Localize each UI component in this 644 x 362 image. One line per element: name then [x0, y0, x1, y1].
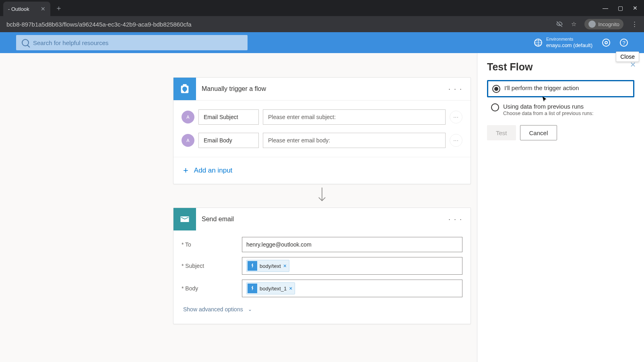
show-advanced-toggle[interactable]: Show advanced options ⌄ [182, 302, 462, 321]
to-value: henry.legge@outlook.com [246, 241, 312, 248]
search-icon [22, 39, 29, 46]
input-row-menu[interactable]: ··· [450, 111, 462, 123]
app-header: Environments enayu.com (default) ? [0, 32, 644, 53]
show-advanced-label: Show advanced options [183, 306, 243, 313]
plus-icon: + [183, 165, 188, 176]
input-placeholder[interactable]: Please enter email subject: [263, 109, 446, 125]
email-card: Send email · · · * To henry.legge@outloo… [173, 208, 471, 324]
radio-label: I'll perform the trigger action [504, 84, 579, 91]
to-label: * To [182, 241, 242, 248]
browser-menu-icon[interactable]: ⋮ [632, 21, 638, 28]
trigger-header[interactable]: Manually trigger a flow · · · [173, 78, 471, 100]
text-type-icon: A [182, 111, 194, 123]
input-label[interactable]: Email Body [198, 133, 259, 148]
search-input[interactable] [33, 39, 242, 46]
text-type-icon: A [182, 134, 194, 147]
to-input[interactable]: henry.legge@outlook.com [242, 237, 462, 252]
subject-label: * Subject [182, 263, 242, 269]
incognito-badge[interactable]: Incognito [584, 19, 623, 29]
url-text: bcb8-897b1a5d8b63/flows/a962445a-ec3c-42… [6, 21, 556, 28]
radio-icon [492, 85, 500, 93]
trigger-icon [173, 78, 196, 100]
eye-off-icon[interactable] [556, 21, 563, 28]
chevron-down-icon: ⌄ [248, 306, 252, 312]
token-label: body/text_1 [260, 286, 287, 292]
email-title: Send email [196, 216, 440, 223]
token-trigger-icon [248, 284, 257, 293]
help-icon[interactable]: ? [620, 39, 628, 47]
radio-option-perform-trigger[interactable]: I'll perform the trigger action [487, 80, 634, 97]
radio-sublabel: Choose data from a list of previous runs… [503, 111, 593, 116]
add-input-button[interactable]: + Add an input [173, 157, 471, 184]
dynamic-token[interactable]: body/text × [246, 260, 289, 272]
radio-option-previous-runs[interactable]: Using data from previous runs Choose dat… [487, 100, 634, 119]
radio-icon [491, 103, 499, 111]
incognito-label: Incognito [598, 21, 619, 27]
add-input-label: Add an input [194, 167, 232, 175]
gear-icon[interactable] [602, 39, 610, 47]
dynamic-token[interactable]: body/text_1 × [246, 282, 295, 294]
tab-title: - Outlook [8, 6, 29, 12]
test-button[interactable]: Test [487, 125, 516, 140]
token-trigger-icon [248, 261, 257, 271]
minimize-button[interactable]: — [603, 5, 608, 11]
search-box[interactable] [16, 35, 248, 50]
input-row-menu[interactable]: ··· [450, 134, 462, 147]
token-remove-icon[interactable]: × [283, 263, 287, 269]
close-icon[interactable]: ✕ [41, 6, 45, 12]
subject-input[interactable]: body/text × [242, 257, 462, 275]
radio-label: Using data from previous runs [503, 103, 593, 110]
token-remove-icon[interactable]: × [289, 285, 292, 292]
input-placeholder[interactable]: Please enter email body: [263, 133, 446, 148]
trigger-input-row: A Email Subject Please enter email subje… [177, 105, 467, 129]
browser-tab-bar: - Outlook ✕ ＋ — ▢ ✕ [0, 0, 644, 16]
close-tooltip: Close [616, 51, 639, 62]
close-window-button[interactable]: ✕ [633, 5, 638, 11]
email-header[interactable]: Send email · · · [173, 208, 471, 230]
incognito-icon [588, 21, 596, 28]
body-label: * Body [182, 285, 242, 292]
cancel-button[interactable]: Cancel [520, 125, 557, 140]
email-menu[interactable]: · · · [440, 215, 471, 224]
env-value[interactable]: enayu.com (default) [546, 42, 592, 49]
token-label: body/text [260, 263, 281, 269]
maximize-button[interactable]: ▢ [618, 5, 623, 11]
env-label: Environments [546, 36, 592, 42]
trigger-title: Manually trigger a flow [196, 85, 440, 93]
star-icon[interactable]: ☆ [571, 21, 576, 28]
test-flow-panel: ✕ Test Flow I'll perform the trigger act… [477, 53, 644, 362]
browser-tab[interactable]: - Outlook ✕ [3, 2, 50, 16]
panel-title: Test Flow [487, 61, 634, 73]
trigger-menu[interactable]: · · · [440, 85, 471, 93]
input-label[interactable]: Email Subject [198, 109, 259, 125]
body-input[interactable]: body/text_1 × [242, 280, 462, 297]
email-icon [173, 208, 196, 230]
new-tab-button[interactable]: ＋ [55, 3, 62, 13]
trigger-card: Manually trigger a flow · · · A Email Su… [173, 77, 471, 184]
trigger-input-row: A Email Body Please enter email body: ··… [177, 129, 467, 152]
globe-icon [534, 39, 542, 47]
browser-address-bar[interactable]: bcb8-897b1a5d8b63/flows/a962445a-ec3c-42… [0, 16, 644, 32]
